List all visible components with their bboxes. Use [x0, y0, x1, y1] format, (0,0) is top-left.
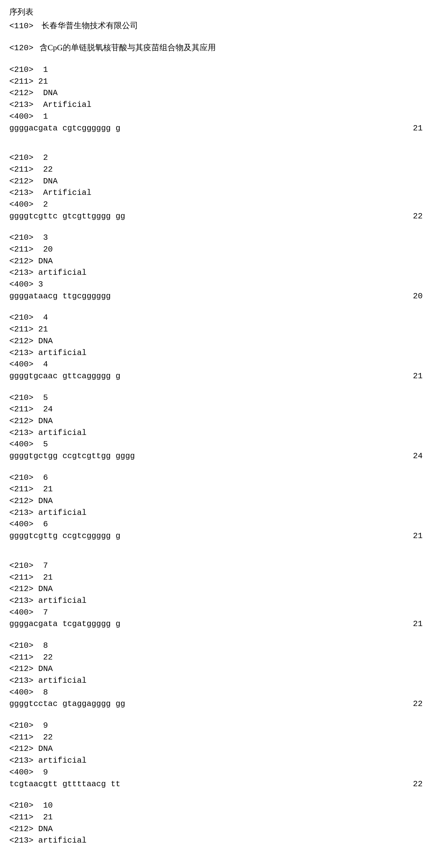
seq-tag-t213: <213> Artificial [9, 99, 426, 111]
sequence-entry: <210> 4<211> 21<212> DNA<213> artificial… [9, 312, 426, 382]
seq-tag-t210: <210> 7 [9, 560, 426, 572]
seq-tag-t210: <210> 9 [9, 720, 426, 732]
seq-tag-t212: <212> DNA [9, 583, 426, 595]
sequence-row: ggggacgata cgtcgggggg g21 [9, 123, 426, 134]
seq-tag-t400: <400> 6 [9, 519, 426, 530]
seq-tag-t212: <212> DNA [9, 495, 426, 507]
sequence-row: ggggataacg ttgcgggggg20 [9, 290, 426, 302]
sequence-entry: <210> 10<211> 21<212> DNA<213> artificia… [9, 800, 426, 847]
seq-tag-t210: <210> 10 [9, 800, 426, 812]
applicant-name: 长春华普生物技术有限公司 [41, 21, 138, 30]
seq-tag-t211: <211> 24 [9, 404, 426, 415]
seq-tag-t210: <210> 4 [9, 312, 426, 324]
seq-tag-t211: <211> 22 [9, 652, 426, 663]
seq-tag-t213: <213> artificial [9, 347, 426, 359]
sequence-row: ggggtcctac gtaggagggg gg22 [9, 698, 426, 710]
sequence-text: ggggtgcaac gttcaggggg g [9, 371, 121, 382]
tag-120: <120> [9, 43, 33, 53]
sequence-text: ggggtgctgg ccgtcgttgg gggg [9, 451, 135, 462]
seq-tag-t213: <213> artificial [9, 427, 426, 439]
seq-tag-t213: <213> artificial [9, 595, 426, 607]
sequence-length: 24 [413, 451, 426, 462]
seq-tag-t212: <212> DNA [9, 255, 426, 267]
invention-title: 含CpG的单链脱氧核苷酸与其疫苗组合物及其应用 [40, 43, 216, 52]
seq-tag-t212: <212> DNA [9, 415, 426, 427]
seq-tag-t210: <210> 6 [9, 472, 426, 484]
sequence-entry: <210> 1<211> 21<212> DNA<213> Artificial… [9, 64, 426, 134]
doc-title: 序列表 [9, 6, 426, 18]
sequence-length: 22 [413, 778, 426, 790]
sequence-entry: <210> 6<211> 21<212> DNA<213> artificial… [9, 472, 426, 542]
seq-tag-t210: <210> 1 [9, 64, 426, 76]
sequence-row: ggggtcgttc gtcgttgggg gg22 [9, 211, 426, 222]
seq-tag-t211: <211> 21 [9, 484, 426, 495]
sequence-row: tcgtaacgtt gttttaacg tt22 [9, 778, 426, 790]
sequence-entry: <210> 8<211> 22<212> DNA<213> artificial… [9, 640, 426, 710]
seq-tag-t211: <211> 22 [9, 732, 426, 743]
seq-tag-t210: <210> 5 [9, 392, 426, 404]
tag-110: <110> [9, 21, 33, 31]
seq-tag-t213: <213> artificial [9, 675, 426, 687]
seq-tag-t213: <213> artificial [9, 507, 426, 519]
sequence-length: 21 [413, 618, 426, 630]
sequence-row: ggggtgcaac gttcaggggg g21 [9, 371, 426, 382]
sequence-text: ggggacgata tcgatggggg g [9, 618, 121, 630]
sequence-length: 21 [413, 530, 426, 542]
seq-tag-t212: <212> DNA [9, 336, 426, 347]
sequence-length: 21 [413, 123, 426, 134]
seq-tag-t210: <210> 8 [9, 640, 426, 652]
sequence-entry: <210> 5<211> 24<212> DNA<213> artificial… [9, 392, 426, 462]
seq-tag-t211: <211> 21 [9, 572, 426, 584]
sequence-entry: <210> 9<211> 22<212> DNA<213> artificial… [9, 720, 426, 790]
sequence-entry: <210> 7<211> 21<212> DNA<213> artificial… [9, 560, 426, 630]
sequence-length: 20 [413, 290, 426, 302]
seq-tag-t212: <212> DNA [9, 824, 426, 835]
seq-tag-t400: <400> 2 [9, 199, 426, 211]
seq-tag-t213: <213> artificial [9, 835, 426, 847]
seq-tag-t210: <210> 2 [9, 152, 426, 164]
seq-tag-t212: <212> DNA [9, 663, 426, 675]
seq-tag-t400: <400> 8 [9, 687, 426, 699]
sequence-text: ggggacgata cgtcgggggg g [9, 123, 121, 134]
sequence-entry: <210> 3<211> 20<212> DNA<213> artificial… [9, 232, 426, 302]
sequence-text: ggggataacg ttgcgggggg [9, 290, 111, 302]
sequence-row: ggggacgata tcgatggggg g21 [9, 618, 426, 630]
sequence-text: ggggtcgttc gtcgttgggg gg [9, 211, 125, 222]
seq-tag-t210: <210> 3 [9, 232, 426, 244]
seq-tag-t400: <400> 3 [9, 279, 426, 290]
seq-tag-t212: <212> DNA [9, 743, 426, 755]
sequence-row: ggggtgctgg ccgtcgttgg gggg24 [9, 451, 426, 462]
seq-tag-t213: <213> artificial [9, 755, 426, 767]
seq-tag-t400: <400> 9 [9, 767, 426, 778]
seq-tag-t400: <400> 7 [9, 607, 426, 619]
seq-tag-t211: <211> 21 [9, 812, 426, 824]
sequence-text: ggggtcctac gtaggagggg gg [9, 698, 125, 710]
sequence-length: 21 [413, 371, 426, 382]
seq-tag-t400: <400> 4 [9, 359, 426, 371]
sequence-length: 22 [413, 211, 426, 222]
sequence-text: ggggtcgttg ccgtcggggg g [9, 530, 121, 542]
seq-tag-t211: <211> 21 [9, 76, 426, 88]
seq-tag-t211: <211> 21 [9, 324, 426, 336]
seq-tag-t212: <212> DNA [9, 87, 426, 99]
seq-tag-t400: <400> 1 [9, 111, 426, 123]
sequence-row: ggggtcgttg ccgtcggggg g21 [9, 530, 426, 542]
seq-tag-t212: <212> DNA [9, 176, 426, 187]
sequence-text: tcgtaacgtt gttttaacg tt [9, 778, 121, 790]
seq-tag-t211: <211> 20 [9, 244, 426, 255]
sequence-length: 22 [413, 698, 426, 710]
seq-tag-t213: <213> Artificial [9, 187, 426, 199]
seq-tag-t400: <400> 5 [9, 439, 426, 451]
seq-tag-t213: <213> artificial [9, 267, 426, 279]
seq-tag-t211: <211> 22 [9, 164, 426, 176]
sequence-entry: <210> 2<211> 22<212> DNA<213> Artificial… [9, 152, 426, 222]
